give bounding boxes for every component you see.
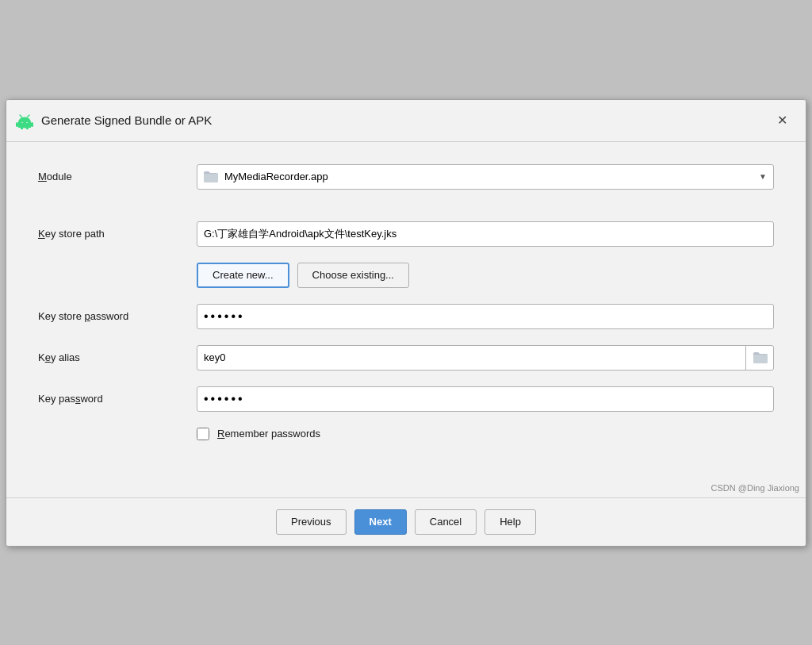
module-select-content: MyMediaRecorder.app (204, 171, 328, 182)
svg-line-4 (20, 115, 22, 117)
svg-line-5 (28, 115, 30, 117)
keystore-path-label: Key store path (38, 228, 197, 240)
title-bar: Generate Signed Bundle or APK ✕ (6, 100, 806, 142)
module-value: MyMediaRecorder.app (224, 171, 328, 182)
keystore-password-input[interactable] (197, 304, 774, 329)
key-alias-row: Key alias (38, 345, 774, 370)
title-bar-left: Generate Signed Bundle or APK (16, 112, 212, 129)
key-password-label: Key password (38, 393, 197, 405)
remember-passwords-label[interactable]: Remember passwords (217, 428, 320, 440)
svg-rect-9 (26, 127, 29, 129)
remember-passwords-checkbox[interactable] (197, 428, 209, 440)
keystore-buttons-row: Create new... Choose existing... (197, 263, 774, 288)
key-password-row: Key password (38, 386, 774, 412)
key-alias-label: Key alias (38, 351, 197, 363)
help-button[interactable]: Help (485, 509, 536, 535)
android-icon (16, 112, 33, 129)
footer: Previous Next Cancel Help (6, 497, 806, 546)
remember-passwords-row: Remember passwords (197, 428, 774, 440)
watermark: CSDN @Ding Jiaxiong (6, 480, 806, 497)
svg-rect-11 (753, 355, 768, 363)
module-label: Module (38, 171, 197, 182)
svg-rect-6 (16, 122, 18, 127)
svg-rect-8 (21, 127, 23, 129)
dialog-body: Module MyMediaRecorder.app ▼ Key store p… (6, 142, 806, 480)
dropdown-arrow-icon: ▼ (759, 172, 767, 181)
module-select[interactable]: MyMediaRecorder.app ▼ (197, 164, 774, 190)
keystore-path-row: Key store path (38, 221, 774, 247)
keystore-path-input[interactable] (197, 221, 774, 247)
next-button[interactable]: Next (354, 509, 407, 535)
previous-button[interactable]: Previous (276, 509, 347, 535)
key-alias-input[interactable] (197, 345, 774, 370)
close-button[interactable]: ✕ (771, 109, 793, 132)
svg-rect-10 (204, 174, 218, 182)
keystore-password-row: Key store password (38, 304, 774, 329)
module-folder-icon (204, 171, 218, 182)
key-alias-browse-button[interactable] (745, 345, 774, 370)
choose-existing-button[interactable]: Choose existing... (297, 263, 409, 288)
key-password-input[interactable] (197, 386, 774, 412)
key-alias-wrapper (197, 345, 774, 370)
main-dialog: Generate Signed Bundle or APK ✕ Module M… (6, 99, 806, 547)
keystore-password-label: Key store password (38, 310, 197, 322)
dialog-title: Generate Signed Bundle or APK (41, 113, 212, 127)
create-new-button[interactable]: Create new... (197, 263, 289, 288)
cancel-button[interactable]: Cancel (415, 509, 477, 535)
svg-rect-7 (31, 122, 33, 127)
svg-rect-1 (18, 122, 31, 128)
module-row: Module MyMediaRecorder.app ▼ (38, 164, 774, 190)
key-alias-folder-icon (753, 351, 768, 363)
